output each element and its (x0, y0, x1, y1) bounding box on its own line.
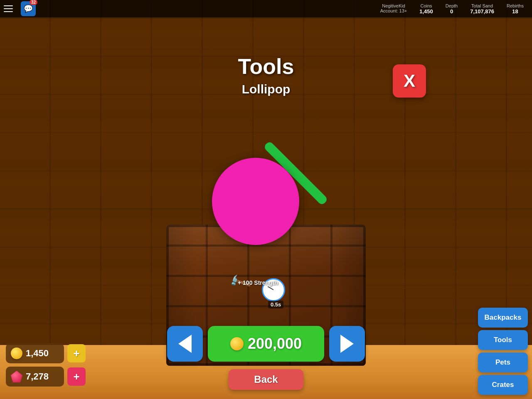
tools-button[interactable]: Tools (478, 330, 528, 350)
timer-label: 0.5s (268, 301, 283, 308)
plus-gems-icon: + (73, 370, 79, 383)
strength-bonus-label: + 100 Strength (238, 279, 278, 286)
close-icon: X (404, 72, 415, 90)
price-label: 200,000 (248, 335, 302, 352)
coins-badge: 1,450 (6, 343, 64, 363)
lollipop-display (200, 116, 332, 257)
tools-subtitle: Lollipop (183, 82, 349, 96)
coins-row: 1,450 + (6, 343, 86, 363)
account-label: Account: 13+ (380, 8, 407, 13)
backpacks-label: Backpacks (485, 313, 522, 322)
player-name: NegitiveKid (382, 3, 405, 8)
prev-tool-button[interactable] (167, 326, 203, 362)
back-label: Back (254, 374, 278, 385)
menu-button[interactable] (0, 0, 17, 17)
hamburger-line-1 (4, 5, 13, 6)
side-nav-buttons: Backpacks Tools Pets Crates (478, 308, 528, 395)
currency-display: 1,450 + 7,278 + (6, 343, 86, 387)
buy-button[interactable]: 200,000 (208, 326, 324, 362)
gems-badge: 7,278 (6, 367, 64, 387)
chat-button[interactable]: 💬 32 (21, 1, 36, 16)
pets-label: Pets (495, 358, 510, 367)
tools-label: Tools (494, 336, 512, 344)
coins-label: Coins (420, 3, 432, 8)
rebirths-label: Rebirths (507, 3, 524, 8)
header-stats: NegitiveKid Account: 13+ Coins 1,450 Dep… (380, 3, 532, 15)
gems-amount: 7,278 (26, 371, 49, 382)
back-button[interactable]: Back (229, 369, 303, 390)
lollipop-candy (212, 158, 299, 245)
coins-amount: 1,450 (26, 348, 49, 359)
coins-stat: Coins 1,450 (419, 3, 433, 15)
player-info: NegitiveKid Account: 13+ (380, 3, 407, 15)
coin-icon-price (230, 337, 244, 350)
total-sand-value: 7,107,876 (470, 8, 494, 15)
add-coins-button[interactable]: + (67, 344, 86, 362)
header-bar: 💬 32 NegitiveKid Account: 13+ Coins 1,45… (0, 0, 532, 17)
chat-badge: 32 (30, 0, 37, 5)
hamburger-line-2 (4, 8, 13, 9)
total-sand-stat: Total Sand 7,107,876 (470, 3, 494, 15)
rebirths-value: 18 (512, 8, 518, 15)
backpacks-button[interactable]: Backpacks (478, 308, 528, 328)
add-gems-button[interactable]: + (67, 367, 86, 386)
depth-label: Depth (446, 3, 458, 8)
coins-value: 1,450 (419, 8, 433, 15)
shop-nav-row: 200,000 (167, 326, 365, 362)
gems-row: 7,278 + (6, 367, 86, 387)
hamburger-line-3 (4, 11, 13, 12)
next-tool-button[interactable] (329, 326, 365, 362)
crates-button[interactable]: Crates (478, 375, 528, 395)
close-button[interactable]: X (393, 64, 426, 98)
coin-icon (11, 348, 22, 359)
total-sand-label: Total Sand (471, 3, 493, 8)
chat-icon: 💬 (24, 4, 33, 13)
plus-coins-icon: + (73, 347, 79, 360)
gem-icon (11, 371, 22, 382)
rebirths-stat: Rebirths 18 (507, 3, 524, 15)
tools-title: Tools (183, 54, 349, 79)
timer-hand (268, 286, 274, 290)
pets-button[interactable]: Pets (478, 352, 528, 372)
depth-stat: Depth 0 (446, 3, 458, 15)
crates-label: Crates (492, 381, 514, 389)
depth-value: 0 (450, 8, 453, 15)
